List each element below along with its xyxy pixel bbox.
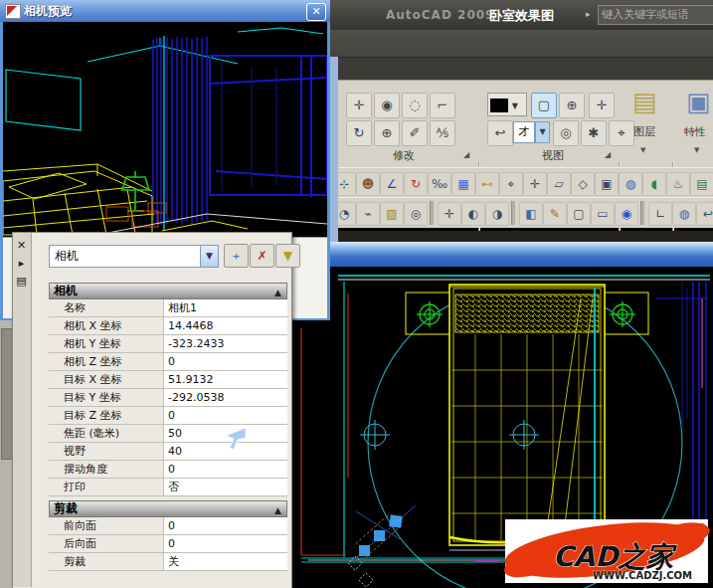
toolbar-separator bbox=[640, 201, 644, 225]
3dmove-icon[interactable]: ✛ bbox=[523, 172, 547, 196]
preview-close-button[interactable]: ✕ bbox=[306, 3, 326, 21]
ucs-previous-icon[interactable]: ↩ bbox=[696, 202, 713, 226]
copy-icon[interactable]: ◌ bbox=[402, 93, 428, 118]
wedge-icon[interactable]: ◇ bbox=[571, 172, 595, 196]
array-icon[interactable]: ▦ bbox=[451, 172, 475, 196]
ucs-world-icon[interactable]: ◍ bbox=[672, 202, 696, 226]
materials-icon[interactable]: ◖ bbox=[642, 172, 666, 196]
drawing-window-titlebar[interactable] bbox=[292, 242, 713, 268]
collapse-icon[interactable]: ▲ bbox=[274, 286, 281, 300]
collapse-icon[interactable]: ▲ bbox=[274, 503, 281, 518]
modify-launcher-icon[interactable]: ◢ bbox=[463, 150, 469, 159]
prop-label: 视野 bbox=[49, 443, 164, 461]
prop-label: 相机 X 坐标 bbox=[49, 317, 164, 335]
intersect-icon[interactable]: ◉ bbox=[615, 202, 638, 226]
plan-lamp-right bbox=[610, 301, 635, 327]
measure-icon[interactable]: ⊷ bbox=[475, 172, 499, 196]
quick-select-icon[interactable]: ◎ bbox=[404, 202, 428, 226]
prop-value[interactable]: -323.2433 bbox=[164, 335, 287, 353]
prop-value[interactable]: -292.0538 bbox=[164, 389, 287, 407]
palette-close-icon[interactable]: ✕ bbox=[15, 239, 28, 252]
app-name: AutoCAD 2009 bbox=[386, 8, 494, 22]
logo-url: WWW.CADZJ.COM bbox=[593, 570, 692, 581]
prop-label: 相机 Y 坐标 bbox=[49, 335, 164, 353]
prop-value[interactable]: 0 bbox=[164, 353, 287, 371]
image-icon[interactable]: ▤ bbox=[690, 172, 713, 196]
solid-cube-icon[interactable]: ▢ bbox=[567, 202, 591, 226]
layers-dropdown-icon[interactable]: ▼ bbox=[640, 146, 645, 154]
view-cube-icon[interactable]: ▢ bbox=[531, 93, 557, 118]
prop-value[interactable]: 0 bbox=[164, 407, 287, 425]
view-sphere-icon[interactable]: ⊕ bbox=[559, 93, 585, 118]
box-icon[interactable]: ▱ bbox=[547, 172, 571, 196]
render-icon[interactable]: ☻ bbox=[356, 172, 380, 196]
prop-value[interactable]: 相机1 bbox=[164, 299, 287, 317]
prop-value[interactable]: 0 bbox=[164, 461, 287, 479]
mouse-cursor bbox=[223, 426, 249, 454]
zoom-icon[interactable]: ◎ bbox=[553, 120, 579, 146]
layers-icon[interactable]: ▤ bbox=[632, 87, 657, 116]
polyline-icon[interactable]: ⌁ bbox=[356, 202, 380, 226]
teapot-render-icon[interactable]: ♨ bbox=[666, 172, 690, 196]
rotate-icon[interactable]: ↻ bbox=[346, 120, 372, 146]
prop-value[interactable]: 否 bbox=[164, 479, 287, 496]
section-header-clipping[interactable]: 剪裁 ▲ bbox=[49, 500, 287, 517]
line-icon[interactable]: ∠ bbox=[380, 172, 404, 196]
quick-select-button[interactable]: ▼ bbox=[275, 244, 300, 268]
section-header-camera[interactable]: 相机 ▲ bbox=[49, 283, 287, 299]
search-arrow-icon[interactable]: ▸ bbox=[586, 9, 591, 19]
scale-icon[interactable]: ⅍ bbox=[430, 120, 455, 146]
percent-icon[interactable]: ‰ bbox=[428, 172, 451, 196]
orbit-tool-icon[interactable]: ◐ bbox=[461, 202, 485, 226]
panel-properties-label: 特性 bbox=[684, 124, 706, 139]
search-input[interactable]: 键入关键字或短语 bbox=[598, 5, 713, 25]
prop-value[interactable]: 0 bbox=[164, 535, 287, 553]
document-title: 卧室效果图 bbox=[489, 7, 554, 25]
ucs-icon[interactable]: ∟ bbox=[648, 202, 672, 226]
sphere-solid-icon[interactable]: ◍ bbox=[619, 172, 642, 196]
prop-value[interactable]: 关 bbox=[164, 553, 287, 571]
free-orbit-icon[interactable]: ◑ bbox=[485, 202, 509, 226]
view-launcher-icon[interactable]: ◢ bbox=[605, 150, 611, 159]
properties-dropdown-icon[interactable]: ▼ bbox=[694, 146, 699, 154]
view-combo-arrow-icon[interactable]: ▼ bbox=[535, 121, 550, 143]
select-objects-button[interactable]: ✗ bbox=[250, 244, 274, 268]
preview-titlebar[interactable]: 相机预览 ✕ bbox=[0, 0, 330, 22]
properties-palette: ✕ ▸ ▤ 相机 ▼ ＋ ✗ ▼ 相机 ▲ 名称相机1 相机 X 坐标14.44… bbox=[12, 232, 292, 588]
prop-value[interactable]: 0 bbox=[164, 517, 287, 535]
sphere-icon[interactable]: ⊕ bbox=[374, 120, 400, 146]
view-3drotate-icon[interactable]: ✛ bbox=[589, 93, 615, 118]
panel-view-label: 视图 bbox=[542, 148, 564, 163]
combo-dropdown-icon[interactable]: ▼ bbox=[200, 245, 219, 268]
camera-create-icon[interactable]: ⌖ bbox=[499, 172, 523, 196]
prop-value[interactable]: 14.4468 bbox=[164, 317, 287, 335]
quick-calc-icon[interactable]: ▨ bbox=[380, 202, 404, 226]
pencil-icon[interactable]: ✎ bbox=[543, 202, 567, 226]
pan-icon[interactable]: ✛ bbox=[346, 93, 372, 118]
palette-menu-icon[interactable]: ▤ bbox=[15, 275, 28, 288]
selected-camera-glyph bbox=[348, 505, 416, 587]
prop-value[interactable]: 51.9132 bbox=[164, 371, 287, 389]
toggle-pickadd-button[interactable]: ＋ bbox=[224, 244, 249, 268]
prop-label: 前向面 bbox=[49, 517, 164, 535]
paintbrush-icon[interactable]: ◧ bbox=[519, 202, 543, 226]
extrude-icon[interactable]: ⌐ bbox=[430, 93, 455, 118]
cube-icon[interactable]: ▣ bbox=[595, 172, 619, 196]
properties-panel-icon[interactable]: ▣ bbox=[686, 87, 711, 116]
pan-hand-icon[interactable]: ✱ bbox=[581, 120, 607, 146]
zoom-previous-icon[interactable]: ↩ bbox=[487, 120, 513, 146]
visual-style-dropdown[interactable]: ▼ bbox=[487, 93, 527, 116]
object-type-combo[interactable]: 相机 bbox=[49, 245, 207, 268]
redo-icon[interactable]: ↻ bbox=[404, 172, 428, 196]
3drotate-tool-icon[interactable]: ✛ bbox=[438, 202, 461, 226]
camera-icon[interactable]: ⌖ bbox=[609, 120, 634, 146]
plane-icon[interactable]: ▭ bbox=[591, 202, 615, 226]
plan-bed bbox=[449, 285, 605, 550]
bedroom-plan-drawing: CAD之家 WWW.CADZJ.COM bbox=[292, 267, 713, 588]
preview-viewport[interactable] bbox=[3, 22, 327, 237]
orbit-icon[interactable]: ◉ bbox=[374, 93, 400, 118]
erase-icon[interactable]: ✐ bbox=[402, 120, 428, 146]
prop-label: 摆动角度 bbox=[49, 461, 164, 479]
palette-autohide-icon[interactable]: ▸ bbox=[15, 257, 28, 270]
view-name-combo[interactable]: 才 bbox=[513, 121, 535, 143]
